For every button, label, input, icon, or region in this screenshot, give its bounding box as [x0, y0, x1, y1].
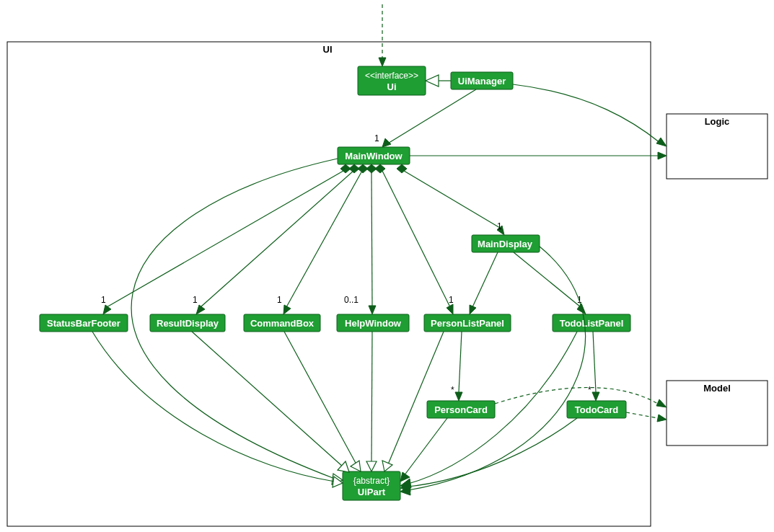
edge-plp-uipart — [388, 332, 444, 464]
mult-rd: 1 — [193, 295, 198, 305]
edge-mw-sbf — [107, 171, 343, 307]
node-personlistpanel-label: PersonListPanel — [431, 318, 504, 329]
edge-tc-uipart — [408, 418, 577, 487]
package-model-label: Model — [703, 383, 731, 394]
node-todocard-label: TodoCard — [575, 404, 618, 415]
edge-md-uipart — [408, 247, 586, 490]
arrow-tlp-tc — [592, 392, 599, 401]
edge-hw-uipart — [371, 332, 372, 461]
node-personcard-label: PersonCard — [434, 404, 488, 415]
mult-cb: 1 — [277, 295, 282, 305]
edge-pc-uipart — [404, 418, 447, 476]
arrow-mw-rd — [196, 305, 205, 314]
mult-hw: 0..1 — [344, 295, 359, 305]
node-uimanager-label: UiManager — [458, 76, 506, 87]
package-ui — [7, 42, 651, 526]
edge-mw-rd — [201, 171, 353, 307]
node-commandbox-label: CommandBox — [250, 318, 315, 329]
arrow-hw-uipart — [366, 461, 377, 471]
arrow-plp-pc — [455, 392, 462, 401]
arrow-todocard-model — [657, 414, 667, 422]
node-maindisplay-label: MainDisplay — [478, 239, 533, 249]
edge-plp-pc — [459, 332, 462, 392]
arrow-uimanager-ui — [426, 75, 439, 87]
arrow-personcard-model — [656, 399, 667, 407]
node-resultdisplay-label: ResultDisplay — [157, 318, 219, 329]
arrow-mw-sbf — [103, 305, 111, 314]
edge-todocard-model — [626, 412, 658, 418]
edge-uimanager-logic — [513, 84, 660, 143]
package-ui-label: UI — [323, 44, 333, 55]
edge-cb-uipart — [284, 332, 356, 464]
arrow-md-plp — [470, 305, 476, 314]
node-uipart-stereo: {abstract} — [353, 476, 390, 486]
node-ui-interface-stereo: <<interface>> — [365, 71, 418, 81]
arrow-mw-hw — [369, 306, 376, 314]
mult-sbf: 1 — [101, 295, 106, 305]
arrow-mw-plp — [447, 304, 453, 314]
arrow-mw-cb — [283, 305, 291, 314]
edge-mainwindow-maindisplay — [404, 171, 500, 228]
diamond-md-plp — [375, 164, 385, 173]
mult-plp2: 1 — [449, 295, 454, 305]
node-mainwindow-label: MainWindow — [345, 151, 403, 161]
edge-uimanager-mainwindow — [387, 89, 476, 144]
node-todolistpanel-label: TodoListPanel — [560, 318, 624, 329]
package-logic-label: Logic — [705, 116, 730, 127]
edge-mw-hw — [371, 173, 372, 306]
arrow-uimanager-mainwindow — [382, 138, 391, 147]
node-helpwindow-label: HelpWindow — [345, 318, 402, 329]
node-uipart-name: UiPart — [358, 487, 386, 497]
arrow-external-to-ui — [379, 58, 386, 66]
node-ui-interface-name: Ui — [387, 81, 397, 92]
mult-tc: * — [588, 385, 592, 395]
edge-mw-plp — [382, 171, 450, 307]
edge-sbf-uipart — [92, 332, 335, 482]
node-statusbarfooter-label: StatusBarFooter — [47, 318, 120, 329]
edge-md-plp — [472, 252, 498, 307]
edge-md-tlp — [514, 252, 581, 307]
mult-maindisplay: 1 — [497, 221, 502, 231]
mult-pc: * — [451, 385, 454, 395]
edge-tlp-tc — [593, 332, 596, 392]
mult-mainwindow: 1 — [374, 133, 379, 143]
arrow-mainwindow-logic — [658, 152, 667, 159]
edge-mw-cb — [286, 171, 362, 307]
uml-diagram: UI Logic Model <<interface>> Ui UiManage… — [0, 0, 774, 532]
arrow-plp-uipart — [382, 461, 392, 471]
arrow-uimanager-logic — [656, 138, 667, 146]
